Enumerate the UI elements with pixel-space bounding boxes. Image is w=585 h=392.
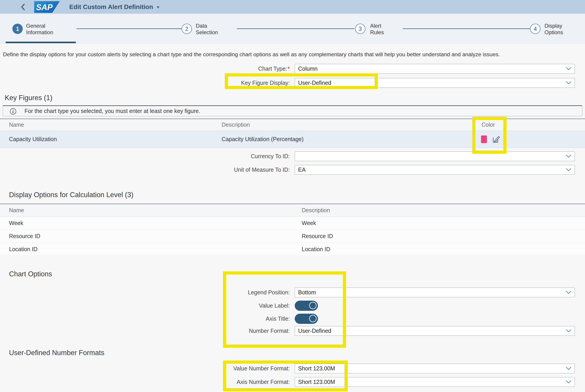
uom-to-id-row: Unit of Measure To ID: EA [0,165,585,174]
step-1-circle[interactable]: 1 [12,24,23,34]
currency-to-id-label: Currency To ID: [0,152,290,161]
chevron-down-icon[interactable] [566,81,572,85]
step-4-label[interactable]: Display Options [545,22,563,36]
key-figure-display-row: Key Figure Display: User-Defined [0,78,585,88]
value-number-format-select[interactable]: Short 123.00M [295,364,575,373]
chart-type-row: Chart Type:* Column [0,64,585,74]
axis-title-toggle[interactable] [295,314,318,324]
calc-level-table-header: Name Description [0,204,585,217]
calc-level-row-week[interactable]: Week Week [0,217,585,230]
currency-to-id-select[interactable] [295,152,575,161]
value-label-row: Value Label: [0,301,585,311]
chart-type-label: Chart Type:* [0,64,290,74]
chevron-down-icon[interactable] [566,66,572,71]
back-icon[interactable] [19,3,27,11]
calc-level-row-resource-id[interactable]: Resource ID Resource ID [0,230,585,243]
calc-level-title: Display Options for Calculation Level (3… [9,191,133,199]
step-1-label[interactable]: General Information [26,22,53,36]
key-figure-display-select[interactable]: User-Defined [295,78,575,88]
uom-to-id-select[interactable]: EA [295,165,575,174]
axis-number-format-label: Axis Number Format: [0,377,290,387]
currency-to-id-row: Currency To ID: [0,152,585,161]
key-figures-info-strip: For the chart type you selected, you mus… [3,105,582,116]
step-2-label-line2: Selection [196,29,218,36]
calc-level-name: Location ID [9,243,37,256]
intro-text: Define the display options for your cust… [3,51,554,58]
key-figures-table-header: Name Description Color [0,118,585,131]
calc-level-description: Week [302,217,316,230]
edit-custom-alert-definition-page: SAP Edit Custom Alert Definition▼ 1 Gene… [0,0,585,392]
step-3-circle[interactable]: 3 [355,24,365,34]
chevron-down-icon[interactable] [566,329,572,333]
step-2-circle[interactable]: 2 [182,24,192,34]
chevron-down-icon[interactable] [566,380,572,384]
step-4-label-line1: Display [545,22,563,29]
info-icon [10,108,16,115]
number-format-row: Number Format: User-Defined [0,326,585,336]
toggle-knob [309,315,317,322]
chevron-down-icon[interactable] [566,366,572,370]
chevron-down-icon[interactable] [566,168,572,172]
calc-level-row-location-id[interactable]: Location ID Location ID [0,243,585,256]
key-figure-name: Capacity Utilization [9,131,57,148]
step-2-label-line1: Data [196,22,218,29]
chevron-down-icon[interactable] [566,154,572,158]
required-asterisk: * [288,66,290,72]
step-1-label-line1: General [26,22,53,29]
key-figure-display-value: User-Defined [298,78,331,88]
svg-text:SAP: SAP [36,3,53,12]
value-number-format-value: Short 123.00M [298,364,335,373]
chart-type-value: Column [298,64,317,73]
key-figures-info-text: For the chart type you selected, you mus… [24,106,200,116]
chevron-down-icon[interactable] [566,290,572,294]
uom-to-id-value: EA [298,165,306,174]
column-header-description: Description [302,204,330,216]
step-2-label[interactable]: Data Selection [196,22,218,36]
legend-position-value: Bottom [298,288,316,297]
key-figure-table-row[interactable]: Capacity Utilization Capacity Utilizatio… [0,131,585,148]
key-figures-title: Key Figures (1) [5,94,52,102]
axis-title-row: Axis Title: [0,314,585,324]
chart-options-title: Chart Options [9,270,52,278]
uom-to-id-label: Unit of Measure To ID: [0,165,290,174]
active-step-underline [6,42,76,43]
legend-position-select[interactable]: Bottom [295,288,575,297]
calc-level-description: Location ID [302,243,330,256]
number-format-label: Number Format: [0,326,290,336]
title-dropdown-caret-icon[interactable]: ▼ [156,5,160,10]
axis-number-format-row: Axis Number Format: Short 123.00M [0,377,585,387]
key-figure-color-swatch[interactable] [481,136,487,143]
step-3-label[interactable]: Alert Rules [370,22,384,36]
step-connector-1 [76,28,182,29]
column-header-name: Name [9,119,24,130]
value-label-label: Value Label: [0,301,290,311]
key-figure-description: Capacity Utilization (Percentage) [222,131,304,148]
value-label-toggle[interactable] [295,301,318,311]
axis-title-label: Axis Title: [0,314,290,324]
step-connector-2 [237,28,354,29]
column-header-name: Name [9,204,24,216]
chart-type-select[interactable]: Column [295,64,575,74]
calc-level-name: Week [9,217,23,230]
legend-position-row: Legend Position: Bottom [0,288,585,297]
axis-number-format-value: Short 123.00M [298,377,335,386]
step-4-circle[interactable]: 4 [530,24,541,34]
number-formats-title: User-Defined Number Formats [9,349,104,357]
chart-type-label-text: Chart Type: [258,66,287,72]
number-format-select[interactable]: User-Defined [295,326,575,336]
step-3-label-line2: Rules [370,29,384,36]
column-header-color: Color [482,119,495,130]
axis-number-format-select[interactable]: Short 123.00M [295,377,575,387]
page-title[interactable]: Edit Custom Alert Definition▼ [69,0,160,14]
key-figure-display-label: Key Figure Display: [0,78,290,88]
step-4-label-line2: Options [545,29,563,36]
calc-level-description: Resource ID [302,230,333,242]
edit-color-icon[interactable] [491,134,500,144]
calc-level-name: Resource ID [9,230,40,242]
step-connector-3 [403,28,531,29]
wizard-stepper: 1 General Information 2 Data Selection 3… [0,14,585,44]
step-1-label-line2: Information [26,29,53,36]
step-3-label-line1: Alert [370,22,384,29]
value-number-format-label: Value Number Format: [0,364,290,373]
toggle-knob [309,302,317,309]
